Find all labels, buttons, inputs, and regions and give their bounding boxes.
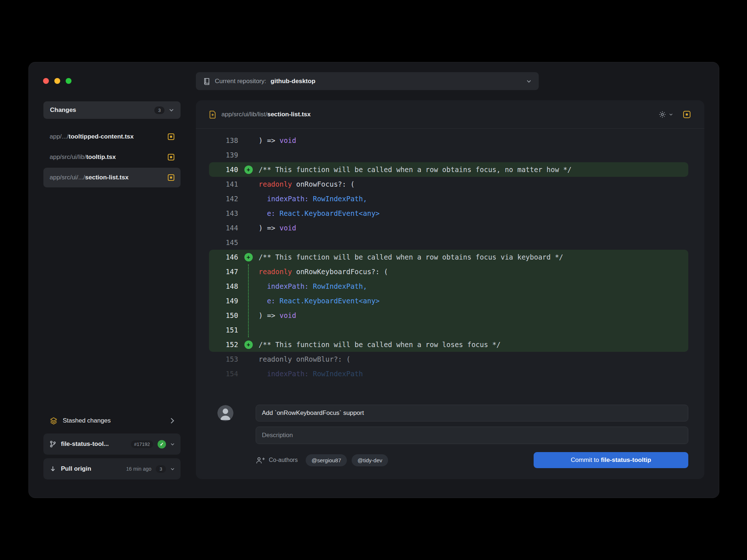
file-row[interactable]: app/src/ui/.../section-list.tsx bbox=[43, 168, 181, 187]
added-plus-icon[interactable]: + bbox=[244, 166, 253, 174]
minimize-button[interactable] bbox=[54, 78, 60, 84]
diff-view-toggle-icon[interactable] bbox=[683, 111, 690, 118]
modified-icon bbox=[168, 174, 174, 181]
diff-line: 139 bbox=[209, 148, 688, 162]
checks-passed-icon: ✓ bbox=[158, 440, 166, 448]
description-row bbox=[256, 427, 688, 444]
line-number: 139 bbox=[209, 151, 238, 159]
avatar bbox=[217, 405, 233, 421]
added-plus-icon[interactable]: + bbox=[244, 253, 253, 261]
commit-button-prefix: Commit to bbox=[571, 456, 599, 464]
line-number: 146 bbox=[209, 253, 238, 261]
line-number: 138 bbox=[209, 136, 238, 144]
pr-number-badge: #17192 bbox=[131, 440, 153, 448]
last-fetched-time: 16 min ago bbox=[126, 466, 151, 472]
file-list: app/.../tooltipped-content.tsxapp/src/ui… bbox=[43, 127, 181, 187]
sidebar: Changes 3 app/.../tooltipped-content.tsx… bbox=[43, 101, 181, 479]
commit-button[interactable]: Commit to file-status-tooltip bbox=[534, 452, 688, 468]
chevron-down-icon bbox=[170, 467, 175, 471]
repo-label: Current repository: bbox=[215, 78, 266, 85]
modified-icon bbox=[168, 154, 174, 160]
layers-icon bbox=[50, 417, 58, 425]
file-row[interactable]: app/.../tooltipped-content.tsx bbox=[43, 127, 181, 147]
diff-line: 140+/** This function will be called whe… bbox=[209, 162, 688, 177]
line-number: 142 bbox=[209, 195, 238, 203]
summary-row bbox=[217, 405, 688, 421]
file-path-prefix: app/src/ui/lib/list/ bbox=[221, 111, 267, 118]
diff-options-button[interactable] bbox=[658, 110, 673, 118]
chevron-down-icon bbox=[169, 108, 174, 112]
changes-count-badge: 3 bbox=[154, 106, 165, 114]
diff-line: 151 bbox=[209, 323, 688, 337]
diff-line: 153readonly onRowBlur?: ( bbox=[209, 352, 688, 366]
commit-description-input[interactable] bbox=[256, 427, 688, 444]
sidebar-bottom: Stashed changes file-status-tool... #171… bbox=[43, 412, 181, 479]
stashed-changes-row[interactable]: Stashed changes bbox=[43, 412, 181, 430]
commit-button-branch: file-status-tooltip bbox=[601, 456, 651, 464]
commit-area: Co-authors @sergiou87@tidy-dev Commit to… bbox=[196, 399, 704, 479]
line-number: 151 bbox=[209, 326, 238, 334]
diff-line: 146+/** This function will be called whe… bbox=[209, 250, 688, 264]
coauthor-pills: @sergiou87@tidy-dev bbox=[306, 454, 388, 466]
line-number: 143 bbox=[209, 209, 238, 217]
added-dotted-connector bbox=[248, 264, 249, 337]
commit-actions-row: Co-authors @sergiou87@tidy-dev Commit to… bbox=[256, 452, 688, 468]
stashed-changes-label: Stashed changes bbox=[63, 417, 111, 424]
line-number: 140 bbox=[209, 166, 238, 174]
line-number: 149 bbox=[209, 297, 238, 305]
file-modified-icon bbox=[209, 110, 216, 119]
branch-name: file-status-tool... bbox=[61, 440, 109, 448]
diff-line: 144) => void bbox=[209, 221, 688, 235]
chevron-down-icon bbox=[526, 79, 531, 83]
line-number: 148 bbox=[209, 282, 238, 290]
line-number: 145 bbox=[209, 238, 238, 246]
repo-icon bbox=[203, 78, 210, 85]
changes-label: Changes bbox=[50, 106, 76, 114]
diff-line: 154 indexPath: RowIndexPath bbox=[209, 366, 688, 381]
line-number: 150 bbox=[209, 311, 238, 319]
line-number: 154 bbox=[209, 370, 238, 378]
commit-summary-input[interactable] bbox=[256, 405, 688, 421]
diff-line: 148 indexPath: RowIndexPath, bbox=[209, 279, 688, 293]
chevron-down-icon bbox=[669, 113, 673, 116]
diff-line: 145 bbox=[209, 235, 688, 250]
added-plus-icon[interactable]: + bbox=[244, 341, 253, 349]
file-path-name: section-list.tsx bbox=[267, 111, 311, 118]
chevron-right-icon bbox=[170, 417, 174, 424]
file-path: app/.../tooltipped-content.tsx bbox=[50, 133, 133, 140]
diff-header: app/src/ui/lib/list/section-list.tsx bbox=[196, 100, 704, 129]
app-window: Current repository: github-desktop Chang… bbox=[28, 62, 719, 498]
diff-line: 143 e: React.KeyboardEvent<any> bbox=[209, 206, 688, 221]
diff-line: 138) => void bbox=[209, 133, 688, 148]
coauthor-pill[interactable]: @sergiou87 bbox=[306, 454, 347, 466]
line-number: 144 bbox=[209, 224, 238, 232]
diff-code: 138) => void139140+/** This function wil… bbox=[196, 129, 704, 381]
zoom-button[interactable] bbox=[66, 78, 71, 84]
person-plus-icon[interactable] bbox=[256, 456, 265, 464]
file-row[interactable]: app/src/ui/lib/tooltip.tsx bbox=[43, 147, 181, 167]
pull-origin-row[interactable]: Pull origin 16 min ago 3 bbox=[43, 458, 181, 479]
coauthor-pill[interactable]: @tidy-dev bbox=[352, 454, 388, 466]
line-number: 153 bbox=[209, 355, 238, 363]
branch-row[interactable]: file-status-tool... #17192 ✓ bbox=[43, 433, 181, 455]
diff-line: 147readonly onRowKeyboardFocus?: ( bbox=[209, 264, 688, 279]
traffic-lights bbox=[43, 78, 71, 84]
modified-icon bbox=[168, 133, 174, 140]
changes-header[interactable]: Changes 3 bbox=[43, 101, 181, 119]
repository-selector[interactable]: Current repository: github-desktop bbox=[196, 72, 539, 90]
close-button[interactable] bbox=[43, 78, 49, 84]
coauthors-label: Co-authors bbox=[269, 457, 298, 463]
repo-name: github-desktop bbox=[271, 78, 316, 85]
line-number: 141 bbox=[209, 180, 238, 188]
diff-line: 149 e: React.KeyboardEvent<any> bbox=[209, 293, 688, 308]
line-number: 147 bbox=[209, 268, 238, 276]
diff-line: 152+/** This function will be called whe… bbox=[209, 337, 688, 352]
arrow-down-icon bbox=[49, 465, 57, 473]
diff-panel: app/src/ui/lib/list/section-list.tsx bbox=[196, 100, 704, 479]
diff-line: 141readonly onRowFocus?: ( bbox=[209, 177, 688, 191]
diff-line: 142 indexPath: RowIndexPath, bbox=[209, 191, 688, 206]
gear-icon bbox=[658, 110, 666, 118]
line-number: 152 bbox=[209, 341, 238, 349]
file-path: app/src/ui/.../section-list.tsx bbox=[50, 174, 128, 181]
pull-count-badge: 3 bbox=[156, 465, 166, 473]
